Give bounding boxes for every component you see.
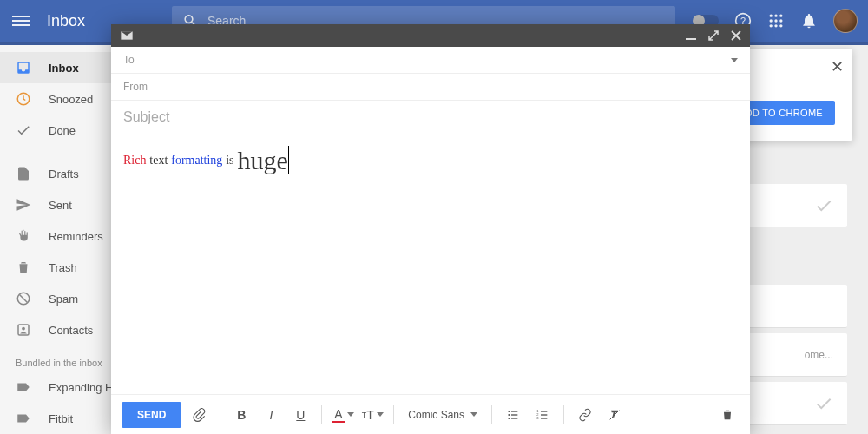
svg-rect-28 <box>541 418 547 418</box>
compose-editor[interactable]: Rich text formatting is huge <box>111 134 750 394</box>
avatar[interactable] <box>833 9 858 33</box>
check-icon <box>16 122 31 138</box>
trash-icon <box>720 408 734 422</box>
svg-point-8 <box>770 24 773 27</box>
text-color-button[interactable]: A <box>331 403 355 427</box>
svg-rect-20 <box>511 414 517 415</box>
number-list-button[interactable]: 123 <box>530 403 555 427</box>
app-title: Inbox <box>47 12 85 30</box>
mail-icon <box>120 30 134 41</box>
minimize-icon[interactable] <box>686 30 696 41</box>
sidebar-item-label: Done <box>49 124 76 137</box>
sidebar-item-label: Contacts <box>49 324 93 337</box>
svg-point-2 <box>770 15 773 17</box>
editor-word: Rich <box>123 154 146 167</box>
chevron-down-icon <box>470 412 477 417</box>
clear-format-icon <box>608 408 621 422</box>
spam-icon <box>16 291 31 306</box>
underline-button[interactable]: U <box>288 403 312 427</box>
file-icon <box>16 166 31 181</box>
from-field-row[interactable]: From <box>111 74 750 101</box>
bullet-list-button[interactable] <box>501 403 525 427</box>
sidebar-item-label: Reminders <box>49 230 103 243</box>
row-stub-text: ome... <box>805 349 833 361</box>
svg-point-9 <box>774 24 777 27</box>
apps-icon[interactable] <box>767 12 785 30</box>
close-icon[interactable]: ✕ <box>831 57 844 76</box>
svg-point-15 <box>22 327 25 331</box>
bold-button[interactable]: B <box>229 403 253 427</box>
svg-rect-24 <box>541 411 547 411</box>
sidebar-item-label: Snoozed <box>49 93 93 106</box>
expand-icon[interactable] <box>708 30 719 41</box>
svg-rect-16 <box>686 38 696 40</box>
label-icon <box>16 379 31 395</box>
from-label: From <box>123 81 148 93</box>
sidebar-item-label: Fitbit <box>49 412 73 425</box>
notifications-icon[interactable] <box>800 12 818 30</box>
sidebar-item-label: Drafts <box>49 168 79 181</box>
menu-icon[interactable] <box>10 10 31 31</box>
subject-placeholder: Subject <box>123 109 169 124</box>
svg-point-6 <box>774 19 777 22</box>
link-button[interactable] <box>573 403 597 427</box>
svg-point-4 <box>779 15 782 17</box>
done-check-icon[interactable] <box>814 196 833 215</box>
editor-word: huge <box>237 146 288 174</box>
svg-text:3: 3 <box>536 416 539 420</box>
font-select[interactable]: Comic Sans <box>403 405 483 424</box>
inbox-icon <box>16 60 31 76</box>
svg-point-21 <box>508 418 510 419</box>
svg-rect-22 <box>511 418 517 418</box>
close-icon[interactable] <box>731 30 741 41</box>
compose-header[interactable] <box>111 24 750 47</box>
sidebar-item-label: Trash <box>49 261 77 274</box>
hand-icon <box>16 228 31 244</box>
to-input[interactable] <box>141 54 731 66</box>
svg-point-7 <box>779 19 782 22</box>
clear-format-button[interactable] <box>602 403 627 427</box>
italic-button[interactable]: I <box>259 403 283 427</box>
attach-button[interactable] <box>187 403 211 427</box>
text-size-button[interactable]: TT <box>360 403 385 427</box>
sidebar-item-label: Sent <box>49 199 72 212</box>
svg-line-13 <box>20 295 28 303</box>
sidebar-item-label: Spam <box>49 293 78 306</box>
discard-button[interactable] <box>715 403 740 427</box>
svg-rect-18 <box>511 411 517 411</box>
svg-rect-26 <box>541 414 547 415</box>
bullet-list-icon <box>506 408 520 422</box>
done-check-icon[interactable] <box>814 394 833 413</box>
editor-word: is <box>226 154 233 167</box>
send-button[interactable]: SEND <box>122 402 181 428</box>
clock-icon <box>16 91 31 107</box>
contact-icon <box>16 322 31 338</box>
svg-point-17 <box>508 411 510 412</box>
to-field-row[interactable]: To <box>111 47 750 74</box>
trash-icon <box>16 260 31 275</box>
link-icon <box>578 408 592 422</box>
chevron-down-icon[interactable] <box>731 58 738 62</box>
svg-point-3 <box>774 15 777 17</box>
send-icon <box>16 197 31 213</box>
to-label: To <box>123 54 135 66</box>
font-name-label: Comic Sans <box>408 409 464 421</box>
editor-word: formatting <box>171 154 222 167</box>
from-input[interactable] <box>155 81 738 93</box>
svg-point-10 <box>779 24 782 27</box>
svg-point-5 <box>770 19 773 22</box>
sidebar-item-label: Inbox <box>49 62 79 75</box>
editor-word: text <box>149 154 168 167</box>
compose-dialog: To From Subject Rich text formatting is … <box>111 24 750 434</box>
compose-toolbar: SEND B I U A TT Comic Sans 123 <box>111 394 750 434</box>
number-list-icon: 123 <box>536 408 549 422</box>
svg-point-19 <box>508 414 510 416</box>
paperclip-icon <box>192 408 206 422</box>
label-icon <box>16 411 31 426</box>
subject-field[interactable]: Subject <box>111 101 750 134</box>
